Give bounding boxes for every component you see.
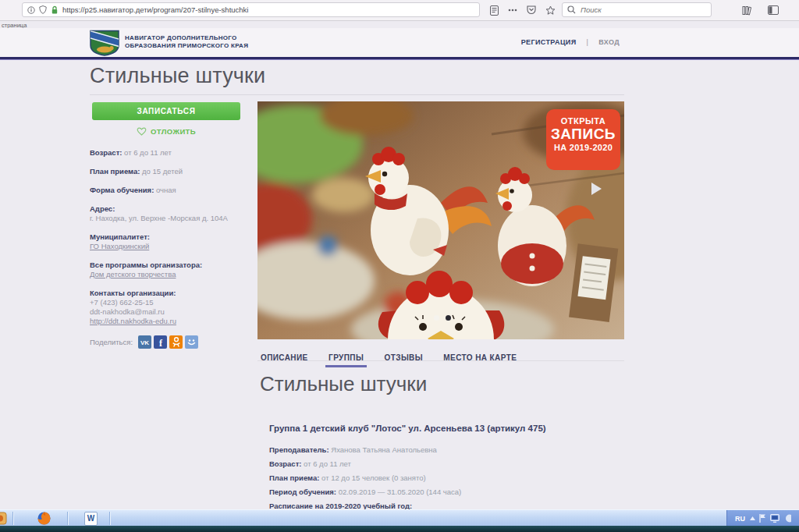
contact-email: ddt-nakhodka@mail.ru <box>90 307 265 317</box>
share-row: Поделиться: VK f <box>90 335 265 349</box>
tray-display-icon[interactable] <box>770 514 779 523</box>
browser-toolbar <box>0 0 799 21</box>
library-icon[interactable] <box>740 3 754 17</box>
site-header: НАВИГАТОР ДОПОЛНИТЕЛЬНОГО ОБРАЗОВАНИЯ ПР… <box>0 28 799 57</box>
share-facebook-icon[interactable]: f <box>154 335 167 349</box>
address-bar[interactable] <box>22 2 480 17</box>
group-card: Группа 1 детский клуб "Лотос" ул. Арсень… <box>269 423 636 516</box>
carousel-dots <box>434 315 457 321</box>
program-details: Возраст: от 6 до 11 лет План приема: до … <box>90 148 265 326</box>
group-period: Период обучения: 02.09.2019 — 31.05.2020… <box>269 488 636 496</box>
screen-bezel <box>0 526 799 532</box>
url-input[interactable] <box>62 5 474 14</box>
search-input[interactable] <box>581 5 706 14</box>
detail-study-form: Форма обучения: очная <box>90 186 265 195</box>
detail-enrollment-plan: План приема: до 15 детей <box>90 167 265 176</box>
info-icon[interactable] <box>27 6 35 14</box>
group-age: Возраст: от 6 до 11 лет <box>269 459 636 468</box>
screen: страница НАВИГАТОР ДОПОЛНИТЕЛЬНОГО ОБРАЗ… <box>0 0 799 532</box>
firefox-icon[interactable] <box>37 512 51 525</box>
svg-text:VK: VK <box>140 339 149 346</box>
share-vk-icon[interactable]: VK <box>138 335 151 349</box>
taskbar-separator <box>12 512 14 525</box>
heart-icon <box>137 127 147 136</box>
organizer-link[interactable]: Дом детского творчества <box>90 270 265 279</box>
carousel-next-button[interactable] <box>591 183 602 195</box>
search-bar[interactable] <box>562 2 712 17</box>
search-icon <box>567 5 576 14</box>
detail-municipality: Муниципалитет: ГО Находкинский <box>90 232 265 251</box>
enrollment-open-badge: ОТКРЫТА ЗАПИСЬ НА 2019-2020 <box>546 109 620 170</box>
carousel-dot-2[interactable] <box>446 315 451 321</box>
registration-link[interactable]: РЕГИСТРАЦИЯ <box>521 38 577 46</box>
tray-partial-icon[interactable] <box>783 514 791 523</box>
program-sidebar: ЗАПИСАТЬСЯ ОТЛОЖИТЬ Возраст: от 6 до 11 … <box>90 102 265 349</box>
svg-text:f: f <box>159 338 163 347</box>
header-links-divider: | <box>587 38 589 46</box>
postpone-button[interactable]: ОТЛОЖИТЬ <box>92 127 240 136</box>
quicklaunch-partial-icon[interactable] <box>0 512 8 525</box>
taskbar-separator <box>67 512 69 525</box>
tray-flag-icon[interactable] <box>759 514 766 523</box>
sidebar-toggle-icon[interactable] <box>766 3 780 17</box>
group-capacity: План приема: от 12 до 15 человек (0 заня… <box>269 473 636 482</box>
page-actions-icon[interactable] <box>506 3 520 17</box>
header-rule-light <box>0 59 799 60</box>
enroll-button[interactable]: ЗАПИСАТЬСЯ <box>92 102 240 120</box>
detail-organizer-programs: Все программы организатора: Дом детского… <box>90 261 265 279</box>
shield-icon[interactable] <box>39 5 47 14</box>
site-title: НАВИГАТОР ДОПОЛНИТЕЛЬНОГО ОБРАЗОВАНИЯ ПР… <box>125 34 248 50</box>
groups-section-heading: Стильные штучки <box>260 372 427 396</box>
taskbar-separator <box>109 512 111 525</box>
system-tray: RU <box>726 510 799 527</box>
share-odnoklassniki-icon[interactable] <box>169 335 183 349</box>
share-label: Поделиться: <box>90 338 133 346</box>
padlock-icon[interactable] <box>51 5 59 15</box>
detail-address: Адрес: г. Находка, ул. Верхне -Морская д… <box>90 204 265 223</box>
group-title: Группа 1 детский клуб "Лотос" ул. Арсень… <box>269 423 636 434</box>
pocket-icon[interactable] <box>524 3 538 17</box>
tab-bar: ОПИСАНИЕ ГРУППЫ ОТЗЫВЫ МЕСТО НА КАРТЕ <box>259 349 532 364</box>
language-indicator[interactable]: RU <box>735 515 745 523</box>
contact-phone: +7 (423) 662-25-15 <box>90 298 265 307</box>
taskbar: W RU <box>0 509 799 527</box>
detail-age: Возраст: от 6 до 11 лет <box>90 148 265 158</box>
word-icon[interactable]: W <box>84 512 98 525</box>
group-teacher: Преподаватель: Яханова Татьяна Анатольев… <box>269 445 636 454</box>
page-title: Стильные штучки <box>90 64 265 88</box>
tray-expand-icon[interactable] <box>750 516 755 520</box>
photo-carousel: ОТКРЫТА ЗАПИСЬ НА 2019-2020 <box>257 101 624 339</box>
bookmarks-bar: страница <box>0 20 799 28</box>
reader-mode-icon[interactable] <box>487 3 501 17</box>
share-moymir-icon[interactable] <box>185 335 198 349</box>
bookmark-star-icon[interactable] <box>543 3 557 17</box>
primorsky-krai-coat-of-arms-logo[interactable] <box>88 30 121 59</box>
tabs-divider <box>257 360 624 361</box>
login-link[interactable]: ВХОД <box>598 38 620 46</box>
title-divider <box>90 94 624 95</box>
contact-website-link[interactable]: http://ddt.nakhodka-edu.ru <box>90 317 265 326</box>
detail-contacts: Контакты организации: +7 (423) 662-25-15… <box>90 289 265 326</box>
carousel-dot-1[interactable] <box>434 315 439 321</box>
municipality-link[interactable]: ГО Находкинский <box>90 242 265 251</box>
